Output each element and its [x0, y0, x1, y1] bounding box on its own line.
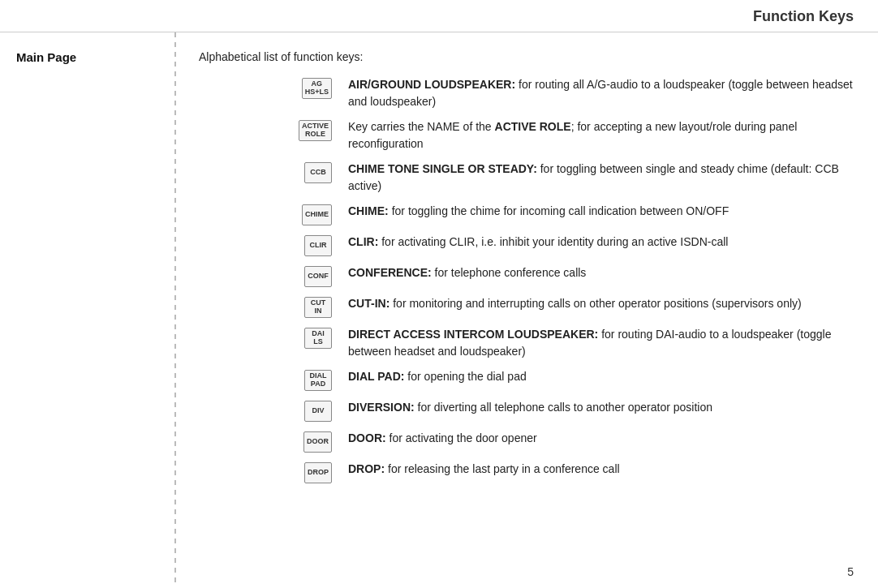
- key-badge: ACTIVEROLE: [299, 120, 332, 141]
- key-badge: DIV: [304, 401, 332, 422]
- list-item: CUTINCUT-IN: for monitoring and interrup…: [199, 295, 854, 318]
- list-item: DIALPADDIAL PAD: for opening the dial pa…: [199, 368, 854, 391]
- function-desc: CUT-IN: for monitoring and interrupting …: [345, 295, 854, 312]
- key-badge: DROP: [304, 462, 332, 483]
- key-badge: DAILS: [304, 328, 332, 349]
- list-item: DIVDIVERSION: for diverting all telephon…: [199, 399, 854, 422]
- function-desc: DIVERSION: for diverting all telephone c…: [345, 399, 854, 416]
- function-desc: AIR/GROUND LOUDSPEAKER: for routing all …: [345, 76, 854, 110]
- function-desc: CONFERENCE: for telephone conference cal…: [345, 264, 854, 281]
- left-column: Main Page: [0, 32, 174, 584]
- key-badge-wrapper: DIV: [199, 399, 345, 422]
- page-number: 5: [847, 565, 854, 578]
- function-desc: DIAL PAD: for opening the dial pad: [345, 368, 854, 385]
- main-page-label: Main Page: [16, 50, 76, 64]
- right-column: Alphabetical list of function keys: AGHS…: [174, 32, 878, 584]
- list-item: CHIMECHIME: for toggling the chime for i…: [199, 203, 854, 225]
- key-badge-wrapper: ACTIVEROLE: [199, 118, 345, 141]
- list-item: DOORDOOR: for activating the door opener: [199, 430, 854, 453]
- key-badge-wrapper: CONF: [199, 264, 345, 287]
- key-badge: CONF: [304, 266, 332, 287]
- key-badge: CUTIN: [304, 297, 332, 318]
- intro-text: Alphabetical list of function keys:: [199, 50, 854, 63]
- list-item: CLIRCLIR: for activating CLIR, i.e. inhi…: [199, 234, 854, 256]
- function-desc: DIRECT ACCESS INTERCOM LOUDSPEAKER: for …: [345, 326, 854, 360]
- list-item: DROPDROP: for releasing the last party i…: [199, 461, 854, 483]
- key-badge: DOOR: [303, 431, 332, 453]
- function-desc: Key carries the NAME of the ACTIVE ROLE;…: [345, 118, 854, 152]
- content-area: Main Page Alphabetical list of function …: [0, 32, 878, 584]
- key-badge-wrapper: CHIME: [199, 203, 345, 225]
- page-title: Function Keys: [753, 8, 854, 25]
- key-badge: CHIME: [302, 204, 332, 225]
- function-desc: CHIME: for toggling the chime for incomi…: [345, 203, 854, 220]
- key-badge: CLIR: [304, 235, 332, 256]
- list-item: AGHS+LSAIR/GROUND LOUDSPEAKER: for routi…: [199, 76, 854, 110]
- function-desc: CLIR: for activating CLIR, i.e. inhibit …: [345, 234, 854, 251]
- key-badge: AGHS+LS: [302, 78, 332, 99]
- list-item: CCBCHIME TONE SINGLE OR STEADY: for togg…: [199, 161, 854, 195]
- key-badge-wrapper: CLIR: [199, 234, 345, 256]
- function-list: AGHS+LSAIR/GROUND LOUDSPEAKER: for routi…: [199, 76, 854, 491]
- key-badge-wrapper: CUTIN: [199, 295, 345, 318]
- key-badge-wrapper: AGHS+LS: [199, 76, 345, 99]
- function-desc: CHIME TONE SINGLE OR STEADY: for togglin…: [345, 161, 854, 195]
- list-item: CONFCONFERENCE: for telephone conference…: [199, 264, 854, 287]
- function-desc: DOOR: for activating the door opener: [345, 430, 854, 447]
- key-badge: DIALPAD: [304, 370, 332, 391]
- page-header: Function Keys: [0, 0, 878, 32]
- function-desc: DROP: for releasing the last party in a …: [345, 461, 854, 478]
- key-badge-wrapper: DROP: [199, 461, 345, 483]
- list-item: DAILSDIRECT ACCESS INTERCOM LOUDSPEAKER:…: [199, 326, 854, 360]
- key-badge-wrapper: DIALPAD: [199, 368, 345, 391]
- key-badge-wrapper: CCB: [199, 161, 345, 183]
- divider-line: [174, 32, 176, 584]
- key-badge-wrapper: DAILS: [199, 326, 345, 349]
- key-badge: CCB: [304, 162, 332, 183]
- list-item: ACTIVEROLEKey carries the NAME of the AC…: [199, 118, 854, 152]
- key-badge-wrapper: DOOR: [199, 430, 345, 453]
